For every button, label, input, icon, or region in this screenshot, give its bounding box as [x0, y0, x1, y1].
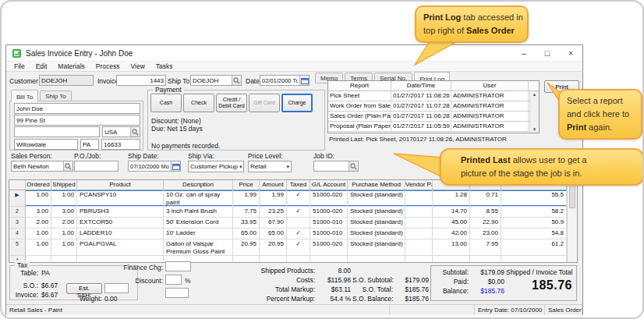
grid-cell[interactable]: Stocked (standard): [348, 239, 405, 255]
grid-cell[interactable]: 1.00: [26, 239, 51, 255]
country-lookup-icon[interactable]: [130, 127, 140, 136]
grid-cell[interactable]: [405, 218, 433, 228]
row-selector[interactable]: 3: [9, 218, 26, 228]
grid-row[interactable]: 51.001.00PGALPGVALGallon of Valspar Prem…: [9, 239, 567, 256]
grid-cell[interactable]: 1.99: [260, 190, 287, 206]
grid-cell[interactable]: 1.00: [26, 190, 51, 206]
grid-cell[interactable]: 1.00: [26, 229, 51, 239]
payment-button-charge[interactable]: Charge: [281, 94, 313, 112]
grid-cell[interactable]: Stocked (standard): [348, 207, 405, 217]
grid-cell[interactable]: 2.00: [26, 218, 51, 228]
grid-cell[interactable]: 20.95: [233, 239, 260, 255]
grid-cell[interactable]: 0.71: [470, 190, 501, 206]
grid-cell[interactable]: 10 Oz. can of spray paint: [164, 190, 233, 206]
grid-cell[interactable]: 7.75: [233, 207, 260, 217]
customer-id-field[interactable]: [39, 75, 94, 86]
state-field[interactable]: [80, 139, 99, 150]
close-icon[interactable]: ×: [559, 45, 582, 61]
grid-cell[interactable]: 1.00: [51, 229, 77, 239]
po-job-field[interactable]: [74, 161, 119, 172]
grid-cell[interactable]: 51000-010: [310, 229, 348, 239]
grid-cell[interactable]: 23.00: [470, 229, 501, 239]
grid-cell[interactable]: 65.00: [233, 229, 260, 239]
print-log-row[interactable]: Pick Sheet01/27/2017 11:08:26ADMINISTRAT…: [328, 91, 539, 101]
grid-cell[interactable]: [287, 256, 310, 262]
grid-cell[interactable]: 7.95: [470, 239, 501, 255]
grid-row[interactable]: 41.001.00LADDER1010' Ladder65.0065.00✓51…: [9, 229, 567, 239]
grid-cell[interactable]: 23.25: [260, 207, 287, 217]
tab-bill-to[interactable]: Bill To: [11, 90, 38, 102]
print-log-scrollbar[interactable]: ▲ ▼: [529, 91, 539, 133]
grid-cell[interactable]: LADDER10: [77, 229, 164, 239]
grid-cell[interactable]: 65.00: [260, 229, 287, 239]
tab-ship-to[interactable]: Ship To: [40, 90, 72, 101]
menu-tasks[interactable]: Tasks: [150, 62, 179, 70]
print-log-row[interactable]: Proposal (Plain Paper)01/27/2017 11:05:5…: [328, 122, 539, 132]
grid-cell[interactable]: 50' Extension Cord: [164, 218, 233, 228]
grid-cell[interactable]: 1.28: [433, 190, 470, 206]
est-sh-button[interactable]: Est. S&H:: [66, 283, 102, 294]
ship-to-field[interactable]: [190, 75, 242, 86]
grid-cell[interactable]: [260, 256, 287, 262]
grid-cell[interactable]: [287, 218, 310, 228]
grid-row[interactable]: *: [9, 256, 567, 262]
grid-cell[interactable]: ✓: [287, 190, 310, 206]
grid-cell[interactable]: ✓: [287, 207, 310, 217]
grid-cell[interactable]: 55.5: [501, 190, 567, 206]
price-level-select[interactable]: Retail▾: [248, 161, 292, 172]
job-id-field[interactable]: [313, 161, 359, 172]
maximize-icon[interactable]: □: [536, 45, 559, 61]
date-field[interactable]: [260, 75, 310, 86]
ship-date-field[interactable]: [128, 161, 181, 172]
grid-cell[interactable]: Stocked (standard): [348, 190, 405, 206]
grid-scrollbar[interactable]: [567, 180, 577, 262]
grid-cell[interactable]: [348, 256, 405, 262]
grid-cell[interactable]: 8.55: [470, 207, 501, 217]
grid-cell[interactable]: ✓: [287, 239, 310, 255]
grid-cell[interactable]: Stocked (standard): [348, 218, 405, 228]
grid-cell[interactable]: 54.8: [501, 229, 567, 239]
payment-button-credit-debit-card[interactable]: Credit / Debit Card: [216, 94, 247, 112]
street2-field[interactable]: [14, 126, 100, 137]
menu-process[interactable]: Process: [90, 62, 126, 70]
grid-cell[interactable]: 1.00: [51, 239, 77, 255]
sales-person-lookup-icon[interactable]: [63, 161, 73, 171]
row-selector[interactable]: 4: [9, 229, 26, 239]
grid-cell[interactable]: 51000-020: [310, 190, 348, 206]
grid-cell[interactable]: [405, 190, 433, 206]
grid-row[interactable]: 23.003.00PBRUSH33 inch Paint Brush7.7523…: [9, 207, 567, 218]
grid-row[interactable]: ▶1.001.00PCANSPY1010 Oz. can of spray pa…: [9, 190, 567, 207]
grid-cell[interactable]: [501, 256, 567, 262]
grid-cell[interactable]: 3.00: [26, 207, 51, 217]
city-field[interactable]: [14, 139, 78, 150]
payment-button-cash[interactable]: Cash: [150, 94, 182, 112]
row-selector[interactable]: 5: [9, 239, 26, 255]
grid-cell[interactable]: 51000-020: [310, 207, 348, 217]
grid-cell[interactable]: 1.99: [233, 190, 260, 206]
grid-cell[interactable]: PBRUSH3: [77, 207, 164, 217]
grid-cell[interactable]: 42.00: [433, 229, 470, 239]
grid-cell[interactable]: PGALPGVAL: [77, 239, 164, 255]
grid-cell[interactable]: 10' Ladder: [164, 229, 233, 239]
print-log-row[interactable]: Sales Order (Plain Paper)01/27/2017 11:0…: [328, 112, 539, 122]
grid-cell[interactable]: 67.90: [260, 218, 287, 228]
grid-cell[interactable]: [77, 256, 164, 262]
menu-materials[interactable]: Materials: [52, 62, 90, 70]
grid-cell[interactable]: EXTCOR50: [77, 218, 164, 228]
scroll-up-icon[interactable]: ▲: [533, 92, 537, 97]
grid-cell[interactable]: 51000-020: [310, 239, 348, 255]
grid-cell[interactable]: [310, 256, 348, 262]
grid-cell[interactable]: [405, 256, 433, 262]
menu-file[interactable]: File: [9, 62, 30, 70]
grid-cell[interactable]: 14.70: [433, 207, 470, 217]
minimize-icon[interactable]: –: [512, 45, 536, 61]
grid-cell[interactable]: 61.2: [501, 239, 567, 255]
grid-cell[interactable]: 45.00: [433, 218, 470, 228]
row-selector[interactable]: 2: [9, 207, 26, 217]
ship-via-select[interactable]: Customer Pickup▾: [188, 161, 244, 172]
grid-cell[interactable]: 2.00: [51, 218, 77, 228]
ship-to-lookup-icon[interactable]: [232, 76, 241, 85]
grid-cell[interactable]: 3 inch Paint Brush: [164, 207, 233, 217]
discount-field[interactable]: [165, 275, 182, 285]
grid-cell[interactable]: ✓: [287, 229, 310, 239]
